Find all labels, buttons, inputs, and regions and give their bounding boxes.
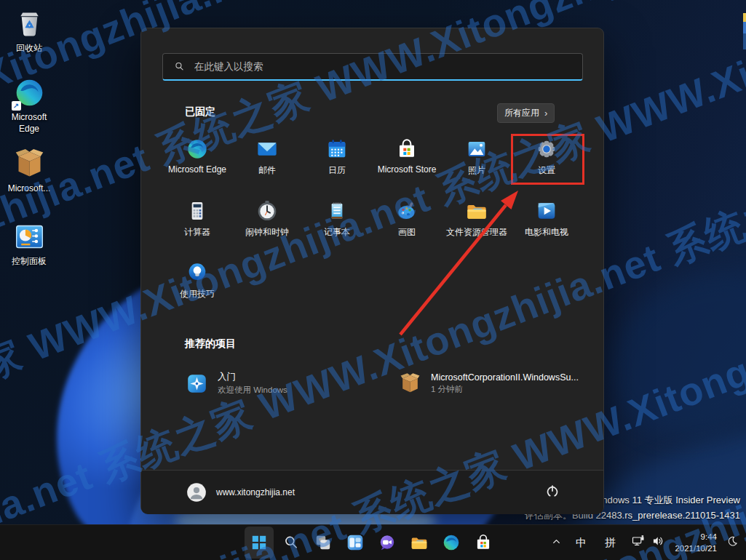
- ime-chinese-indicator[interactable]: 中: [570, 531, 592, 554]
- desktop-icon-control-panel[interactable]: 控制面板: [1, 220, 57, 268]
- pinned-app-notepad[interactable]: 记事本: [302, 195, 372, 257]
- search-icon: [282, 533, 301, 552]
- bloom-shape: [582, 241, 746, 465]
- taskbar: 中 拼 9:44 2021/10/21: [0, 524, 746, 560]
- tray-overflow-button[interactable]: [547, 531, 566, 554]
- calendar-icon: [325, 137, 349, 161]
- clock-button[interactable]: 9:44 2021/10/21: [675, 532, 717, 553]
- all-apps-button[interactable]: 所有应用 ›: [497, 103, 555, 123]
- volume-button[interactable]: [650, 531, 667, 554]
- taskbar-button-edge[interactable]: [437, 527, 466, 559]
- movies-tv-icon: [535, 199, 558, 223]
- package-icon: [13, 148, 46, 180]
- recommended-item-recent-package[interactable]: MicrosoftCorporationII.WindowsSu...1 分钟前: [394, 364, 594, 402]
- ime-pinyin-indicator[interactable]: 拼: [599, 531, 621, 554]
- pinned-app-label: 记事本: [324, 226, 350, 239]
- recommended-section-header: 推荐的项目: [185, 337, 236, 351]
- edge-icon: ↗: [13, 76, 46, 109]
- pinned-app-label: 使用技巧: [180, 288, 215, 300]
- start-menu: 已固定 所有应用 › Microsoft Edge邮件日历Microsoft S…: [140, 28, 604, 513]
- moon-icon: [726, 535, 739, 551]
- edge-icon: [186, 137, 209, 161]
- recommended-item-get-started[interactable]: 入门欢迎使用 Windows: [181, 364, 372, 402]
- desktop-icon-edge[interactable]: ↗Microsoft Edge: [1, 76, 57, 135]
- chat-icon: [378, 533, 397, 552]
- taskbar-button-store[interactable]: [469, 527, 498, 559]
- user-name: www.xitongzhijia.net: [216, 487, 295, 497]
- system-version-line1: Windows 11 专业版 Insider Preview: [591, 494, 740, 507]
- screen-edge-artifact: [743, 13, 746, 22]
- package-icon: [399, 372, 421, 395]
- highlight-box: [511, 134, 584, 185]
- user-avatar-icon: [186, 482, 207, 503]
- system-tray: 中 拼 9:44 2021/10/21: [547, 525, 742, 560]
- power-icon: [542, 491, 563, 503]
- volume-icon: [651, 534, 666, 551]
- search-icon: [173, 60, 186, 73]
- windows-start-icon: [250, 533, 269, 552]
- taskbar-button-chat[interactable]: [373, 527, 402, 559]
- taskbar-button-start[interactable]: [245, 527, 274, 559]
- network-button[interactable]: [630, 531, 647, 554]
- pinned-app-edge[interactable]: Microsoft Edge: [162, 133, 232, 195]
- store-icon: [395, 137, 418, 161]
- screen-edge-artifact: [743, 22, 746, 33]
- desktop-icon-recycle-bin[interactable]: 回收站: [1, 7, 57, 55]
- calculator-icon: [186, 199, 209, 223]
- taskbar-button-search[interactable]: [277, 527, 306, 559]
- taskbar-button-widgets[interactable]: [341, 527, 370, 559]
- taskbar-button-group: [245, 527, 498, 559]
- recommended-item-title: 入门: [218, 371, 287, 383]
- all-apps-label: 所有应用: [504, 107, 539, 119]
- mail-icon: [255, 137, 279, 161]
- pinned-app-label: 闹钟和时钟: [245, 226, 289, 239]
- pinned-app-label: Microsoft Store: [378, 164, 437, 175]
- desktop-icon-label: Microsoft...: [8, 183, 51, 195]
- recycle-bin-icon: [13, 7, 46, 40]
- pinned-app-label: 计算器: [184, 226, 210, 239]
- taskbar-button-task-view[interactable]: [309, 527, 338, 559]
- pinned-app-label: 日历: [328, 164, 346, 177]
- pinned-app-calculator[interactable]: 计算器: [162, 195, 232, 257]
- get-started-icon: [186, 372, 208, 395]
- pinned-app-tips[interactable]: 使用技巧: [162, 257, 232, 319]
- screen: Windows 11 专业版 Insider Preview 评估副本。Buil…: [0, 0, 746, 560]
- notepad-icon: [325, 199, 349, 223]
- start-menu-footer: www.xitongzhijia.net: [141, 470, 603, 514]
- search-input[interactable]: [193, 60, 582, 73]
- shortcut-arrow-icon: ↗: [12, 101, 21, 111]
- taskbar-button-file-explorer[interactable]: [405, 527, 434, 559]
- desktop-icon-microsoft-box[interactable]: Microsoft...: [1, 148, 57, 195]
- desktop-icon-label: 回收站: [16, 43, 42, 55]
- user-button[interactable]: www.xitongzhijia.net: [182, 480, 299, 505]
- screen-edge-artifact: [743, 33, 746, 49]
- tray-date: 2021/10/21: [675, 543, 717, 553]
- focus-assist-button[interactable]: [723, 531, 742, 554]
- file-explorer-icon: [410, 533, 429, 552]
- desktop-icon-label: Microsoft Edge: [1, 112, 57, 135]
- chevron-right-icon: ›: [544, 108, 547, 118]
- control-panel-icon: [13, 220, 46, 253]
- tray-time: 9:44: [701, 532, 717, 542]
- search-box[interactable]: [162, 53, 583, 81]
- pinned-app-mail[interactable]: 邮件: [232, 133, 302, 195]
- pinned-app-label: Microsoft Edge: [168, 164, 226, 175]
- widgets-icon: [346, 533, 365, 552]
- pinned-app-label: 电影和电视: [525, 226, 568, 239]
- store-icon: [474, 533, 493, 552]
- annotation-arrow: [393, 182, 528, 345]
- pinned-app-label: 邮件: [258, 164, 276, 177]
- network-icon: [631, 534, 646, 551]
- recommended-item-title: MicrosoftCorporationII.WindowsSu...: [431, 372, 579, 383]
- recommended-item-subtitle: 1 分钟前: [431, 384, 579, 395]
- pinned-app-alarms-clock[interactable]: 闹钟和时钟: [232, 195, 302, 257]
- chevron-up-icon: [551, 536, 562, 550]
- pinned-app-calendar[interactable]: 日历: [302, 133, 372, 195]
- edge-icon: [442, 533, 461, 552]
- clock-icon: [255, 199, 279, 223]
- power-button[interactable]: [542, 481, 563, 501]
- pinned-app-label: 照片: [468, 164, 485, 177]
- tips-icon: [186, 261, 209, 284]
- desktop-icon-label: 控制面板: [12, 256, 47, 268]
- task-view-icon: [314, 533, 333, 552]
